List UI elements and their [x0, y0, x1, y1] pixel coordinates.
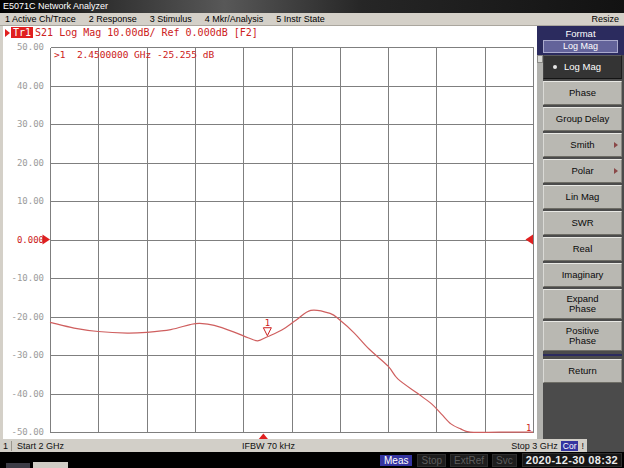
plot-area	[3, 26, 537, 439]
y-axis-tick-label: -30.00	[10, 350, 44, 360]
correction-badge: Cor	[561, 441, 579, 451]
start-frequency-label: Start 2 GHz	[17, 441, 64, 451]
inactive-status-items: StopExtRefSvc	[417, 454, 516, 467]
y-axis-tick-label: 50.00	[10, 42, 44, 52]
stop-frequency-group: Stop 3 GHz Cor !	[511, 441, 587, 451]
stop-frequency-label: Stop 3 GHz	[511, 441, 558, 451]
reference-level-label: 0.000	[10, 235, 44, 245]
channel-status-bar: 1 Start 2 GHz IFBW 70 kHz Stop 3 GHz Cor…	[0, 439, 587, 452]
y-axis-tick-label: 10.00	[10, 196, 44, 206]
window-titlebar: E5071C Network Analyzer	[0, 0, 624, 13]
datetime-display: 2020-12-30 08:32	[522, 453, 622, 467]
y-axis-tick-label: -40.00	[10, 389, 44, 399]
trace-status-line[interactable]: Tr1 S21 Log Mag 10.00dB/ Ref 0.000dB [F2…	[5, 27, 258, 38]
y-axis-tick-label: 30.00	[10, 119, 44, 129]
menu-item-3[interactable]: 3 Stimulus	[150, 14, 192, 24]
window-title: E5071C Network Analyzer	[3, 1, 108, 11]
y-axis-tick-label: 20.00	[10, 158, 44, 168]
softkey-positive-phase[interactable]: Positive Phase	[543, 321, 622, 351]
softkey-return[interactable]: Return	[543, 359, 622, 383]
ifbw-label: IFBW 70 kHz	[242, 441, 295, 451]
trace-status-text: S21 Log Mag 10.00dB/ Ref 0.000dB [F2]	[35, 27, 258, 38]
active-trace-pointer-icon	[5, 29, 10, 37]
y-axis-tick-label: -20.00	[10, 312, 44, 322]
softkey-smith[interactable]: Smith	[543, 133, 622, 157]
softkey-selected-value: Log Mag	[543, 40, 618, 53]
softkey-list: Log MagPhaseGroup DelaySmithPolarLin Mag…	[543, 55, 622, 383]
status-item-extref: ExtRef	[450, 454, 488, 467]
softkey-real[interactable]: Real	[543, 237, 622, 261]
meas-status-badge: Meas	[380, 455, 412, 466]
marker-readout: >1 2.4500000 GHz -25.255 dB	[54, 49, 214, 60]
menu-bar: 1 Active Ch/Trace2 Response3 Stimulus4 M…	[0, 13, 624, 26]
instrument-status-bar: Meas StopExtRefSvc 2020-12-30 08:32	[0, 452, 624, 468]
taskbar-fragment-light[interactable]	[33, 462, 68, 468]
y-axis-tick-label: -10.00	[10, 273, 44, 283]
taskbar-fragment-dark[interactable]	[6, 463, 30, 468]
channel-number: 1	[0, 441, 12, 451]
y-axis-tick-label: 40.00	[10, 81, 44, 91]
instrument-screen: E5071C Network Analyzer 1 Active Ch/Trac…	[0, 0, 624, 468]
warning-indicator: !	[581, 441, 584, 451]
menu-item-1[interactable]: 1 Active Ch/Trace	[5, 14, 76, 24]
softkey-expand-phase[interactable]: Expand Phase	[543, 289, 622, 319]
status-item-svc: Svc	[492, 454, 517, 467]
trace-number-badge: Tr1	[11, 27, 33, 38]
menu-item-2[interactable]: 2 Response	[89, 14, 137, 24]
menu-item-4[interactable]: 4 Mkr/Analysis	[205, 14, 264, 24]
y-axis-tick-label: -50.00	[10, 427, 44, 437]
softkey-imaginary[interactable]: Imaginary	[543, 263, 622, 287]
softkey-lin-mag[interactable]: Lin Mag	[543, 185, 622, 209]
menu-items: 1 Active Ch/Trace2 Response3 Stimulus4 M…	[5, 14, 325, 24]
softkey-log-mag[interactable]: Log Mag	[543, 55, 622, 79]
softkey-menu-title: Format	[537, 26, 624, 39]
softkey-phase[interactable]: Phase	[543, 81, 622, 105]
menu-item-5[interactable]: 5 Instr State	[276, 14, 325, 24]
softkey-polar[interactable]: Polar	[543, 159, 622, 183]
softkey-divider	[543, 354, 622, 356]
resize-button[interactable]: Resize	[591, 14, 619, 24]
softkey-swr[interactable]: SWR	[543, 211, 622, 235]
status-item-stop: Stop	[417, 454, 446, 467]
softkey-menu: Format Log Mag Log MagPhaseGroup DelaySm…	[537, 26, 624, 452]
softkey-group-delay[interactable]: Group Delay	[543, 107, 622, 131]
softkey-menu-header: Format Log Mag	[537, 26, 624, 55]
